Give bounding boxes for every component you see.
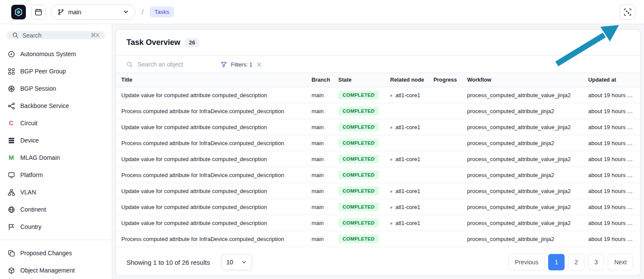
cell-branch: main — [306, 151, 333, 167]
state-badge: COMPLETED — [338, 187, 379, 195]
sidebar-item-label: Platform — [20, 171, 43, 178]
sidebar-item-label: BGP Session — [20, 85, 56, 92]
cell-related-node: atl1-core1 — [385, 87, 428, 103]
previous-page-button[interactable]: Previous — [508, 254, 545, 270]
app-logo[interactable] — [11, 5, 26, 19]
sidebar-menu: Autonomous System BGP Peer Group BGP Ses… — [0, 45, 112, 235]
sidebar-item-bgp-session[interactable]: BGP Session — [0, 80, 112, 97]
related-node-name: atl1-core1 — [395, 220, 420, 226]
table-row[interactable]: Update value for computed attribute comp… — [116, 119, 640, 135]
cell-branch: main — [306, 87, 333, 103]
state-badge: COMPLETED — [338, 91, 379, 99]
state-badge: COMPLETED — [338, 235, 379, 243]
breadcrumb-tasks[interactable]: Tasks — [150, 6, 174, 17]
sidebar-item-circuit[interactable]: C Circuit — [0, 114, 112, 132]
table-row[interactable]: Update value for computed attribute comp… — [116, 183, 640, 199]
cell-title: Process computed attribute for InfraDevi… — [116, 135, 306, 151]
mlag-letter-icon: M — [7, 154, 15, 161]
column-header-branch: Branch — [306, 73, 333, 87]
proposed-changes-icon — [7, 250, 15, 257]
table-row[interactable]: Process computed attribute for InfraDevi… — [116, 167, 640, 183]
backbone-service-icon — [7, 102, 15, 110]
sidebar-bottom-menu: Proposed Changes Object Management — [0, 244, 112, 279]
cell-progress — [428, 151, 462, 167]
table-row[interactable]: Process computed attribute for InfraDevi… — [116, 231, 640, 247]
sidebar-item-proposed-changes[interactable]: Proposed Changes — [0, 244, 112, 262]
branch-selector[interactable]: main — [51, 4, 136, 20]
sidebar-item-object-management[interactable]: Object Management — [0, 262, 112, 279]
cell-progress — [428, 103, 462, 119]
table-row[interactable]: Process computed attribute for InfraDevi… — [116, 103, 640, 119]
circuit-letter-icon: C — [7, 120, 15, 127]
page-button-3[interactable]: 3 — [588, 254, 604, 270]
column-header-title: Title — [116, 73, 306, 87]
node-dot-icon — [390, 206, 392, 209]
bgp-session-icon — [7, 85, 15, 92]
node-dot-icon — [390, 95, 392, 97]
sidebar-item-label: BGP Peer Group — [20, 68, 66, 75]
sidebar-item-platform[interactable]: Platform — [0, 166, 112, 184]
chevron-down-icon — [241, 259, 247, 265]
table-row[interactable]: Process computed attribute for InfraDevi… — [116, 135, 640, 151]
column-header-workflow: Workflow — [462, 73, 583, 87]
sidebar-item-device[interactable]: Device — [0, 132, 112, 149]
cell-related-node: atl1-core1 — [385, 151, 428, 167]
object-search-input[interactable] — [137, 60, 210, 68]
sidebar-search[interactable]: Search ⌘K — [7, 31, 105, 39]
clear-filters-icon[interactable] — [256, 62, 262, 67]
cell-workflow: process_computed_attribute_value_jinja2 — [462, 215, 583, 231]
page-size-select[interactable]: 10 — [221, 254, 252, 270]
cell-branch: main — [306, 215, 333, 231]
column-header-state: State — [333, 73, 385, 87]
task-overview-card: Task Overview 26 — [116, 29, 641, 276]
state-badge: COMPLETED — [338, 107, 379, 115]
next-page-button[interactable]: Next — [608, 254, 633, 270]
related-node-name: atl1-core1 — [395, 124, 420, 130]
node-dot-icon — [390, 159, 392, 161]
sidebar-item-country[interactable]: Country — [0, 218, 112, 235]
page-button-2[interactable]: 2 — [568, 254, 584, 270]
sidebar-item-continent[interactable]: Continent — [0, 201, 112, 218]
tasks-table: TitleBranchStateRelated nodeProgressWork… — [116, 73, 640, 247]
sidebar-item-mlag-domain[interactable]: M MLAG Domain — [0, 149, 112, 166]
calendar-icon — [35, 8, 42, 16]
sidebar-item-label: Device — [20, 137, 39, 144]
cell-workflow: process_computed_attribute_jinja2 — [462, 231, 583, 247]
bgp-peer-group-icon — [7, 68, 15, 75]
cell-title: Update value for computed attribute comp… — [116, 151, 306, 167]
main-content: Task Overview 26 — [112, 24, 644, 279]
cell-related-node: atl1-core1 — [385, 199, 428, 215]
cell-state: COMPLETED — [333, 183, 385, 199]
cell-updated-at: about 19 hours ago — [583, 87, 640, 103]
calendar-button[interactable] — [31, 5, 46, 19]
table-row[interactable]: Update value for computed attribute comp… — [116, 215, 640, 231]
platform-icon — [7, 171, 15, 179]
cell-progress — [428, 231, 462, 247]
related-node-name: atl1-core1 — [395, 156, 420, 162]
cell-title: Update value for computed attribute comp… — [116, 183, 306, 199]
cell-related-node: atl1-core1 — [385, 183, 428, 199]
page-button-1[interactable]: 1 — [548, 254, 565, 270]
sidebar-item-vlan[interactable]: VLAN — [0, 184, 112, 201]
table-row[interactable]: Update value for computed attribute comp… — [116, 151, 640, 167]
table-row[interactable]: Update value for computed attribute comp… — [116, 199, 640, 215]
cell-updated-at: about 19 hours ago — [583, 231, 640, 247]
scan-button[interactable] — [620, 4, 635, 20]
node-dot-icon — [390, 222, 392, 225]
card-header: Task Overview 26 — [116, 30, 640, 56]
cell-updated-at: about 19 hours ago — [583, 199, 640, 215]
cell-branch: main — [306, 183, 333, 199]
filters-control[interactable]: Filters: 1 — [221, 61, 262, 68]
sidebar-item-backbone-service[interactable]: Backbone Service — [0, 97, 112, 114]
cell-title: Update value for computed attribute comp… — [116, 199, 306, 215]
body-row: Search ⌘K Autonomous System BGP Peer Gro… — [0, 24, 644, 279]
table-row[interactable]: Update value for computed attribute comp… — [116, 87, 640, 103]
sidebar-item-bgp-peer-group[interactable]: BGP Peer Group — [0, 63, 112, 80]
state-badge: COMPLETED — [338, 171, 379, 179]
sidebar-item-label: Object Management — [20, 267, 75, 274]
sidebar-item-autonomous-system[interactable]: Autonomous System — [0, 45, 112, 63]
top-bar-left: main / Tasks — [11, 4, 174, 20]
scan-icon — [623, 8, 632, 16]
footer-left: Showing 1 to 10 of 26 results 10 — [126, 254, 252, 270]
cell-title: Update value for computed attribute comp… — [116, 119, 306, 135]
